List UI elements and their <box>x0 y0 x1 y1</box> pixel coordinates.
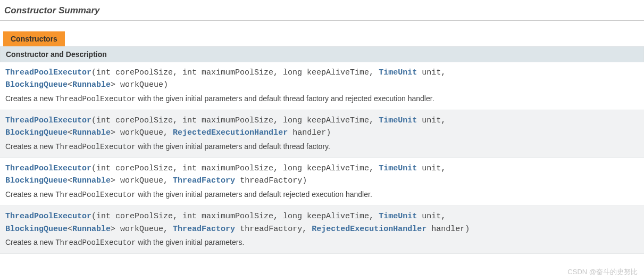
tab-constructors[interactable]: Constructors <box>3 31 65 46</box>
sig-text: (int corePoolSize, int maximumPoolSize, … <box>91 164 379 173</box>
type-link-runnable[interactable]: Runnable <box>72 80 111 89</box>
desc-suffix: with the given initial parameters and de… <box>136 142 330 151</box>
table-row: ThreadPoolExecutor(int corePoolSize, int… <box>0 110 644 158</box>
constructor-description: Creates a new ThreadPoolExecutor with th… <box>5 94 639 105</box>
desc-class: ThreadPoolExecutor <box>55 95 136 103</box>
sig-text: < <box>68 225 72 234</box>
sig-text: handler) <box>426 225 470 234</box>
sig-text: handler) <box>288 128 331 137</box>
desc-prefix: Creates a new <box>5 142 55 151</box>
type-link-blockingqueue[interactable]: BlockingQueue <box>5 80 68 89</box>
type-link-runnable[interactable]: Runnable <box>72 225 111 234</box>
table-header: Constructor and Description <box>0 46 644 62</box>
sig-text: threadFactory, <box>235 225 312 234</box>
table-row: ThreadPoolExecutor(int corePoolSize, int… <box>0 206 644 254</box>
type-link-runnable[interactable]: Runnable <box>72 176 111 185</box>
sig-text: unit, <box>417 212 446 221</box>
sig-text: unit, <box>417 164 446 173</box>
type-link-rejectedexecutionhandler[interactable]: RejectedExecutionHandler <box>173 128 288 137</box>
sig-text: < <box>68 80 72 89</box>
sig-text: < <box>68 176 72 185</box>
type-link-timeunit[interactable]: TimeUnit <box>379 212 417 221</box>
sig-text: > workQueue) <box>111 80 168 89</box>
desc-prefix: Creates a new <box>5 94 55 103</box>
type-link-blockingqueue[interactable]: BlockingQueue <box>5 176 68 185</box>
desc-suffix: with the given initial parameters and de… <box>136 94 434 103</box>
type-link-timeunit[interactable]: TimeUnit <box>379 164 417 173</box>
constructor-signature: ThreadPoolExecutor(int corePoolSize, int… <box>5 114 639 139</box>
desc-prefix: Creates a new <box>5 238 55 246</box>
constructor-name-link[interactable]: ThreadPoolExecutor <box>5 164 91 173</box>
tab-container: Constructors <box>3 31 641 46</box>
sig-text: unit, <box>417 68 446 77</box>
sig-text: > workQueue, <box>111 225 173 234</box>
desc-class: ThreadPoolExecutor <box>55 191 136 199</box>
sig-text: > workQueue, <box>111 176 173 185</box>
constructor-description: Creates a new ThreadPoolExecutor with th… <box>5 237 639 249</box>
desc-prefix: Creates a new <box>5 190 55 199</box>
sig-text: unit, <box>417 116 446 125</box>
type-link-threadfactory[interactable]: ThreadFactory <box>173 225 235 234</box>
sig-text: threadFactory) <box>235 176 307 185</box>
sig-text: (int corePoolSize, int maximumPoolSize, … <box>91 116 379 125</box>
constructor-signature: ThreadPoolExecutor(int corePoolSize, int… <box>5 162 639 187</box>
type-link-runnable[interactable]: Runnable <box>72 128 111 137</box>
constructor-name-link[interactable]: ThreadPoolExecutor <box>5 68 91 77</box>
type-link-rejectedexecutionhandler[interactable]: RejectedExecutionHandler <box>312 225 426 234</box>
constructor-name-link[interactable]: ThreadPoolExecutor <box>5 116 91 125</box>
type-link-timeunit[interactable]: TimeUnit <box>379 68 417 77</box>
desc-class: ThreadPoolExecutor <box>55 238 136 247</box>
constructor-signature: ThreadPoolExecutor(int corePoolSize, int… <box>5 67 639 92</box>
type-link-threadfactory[interactable]: ThreadFactory <box>173 176 235 185</box>
constructor-name-link[interactable]: ThreadPoolExecutor <box>5 212 91 221</box>
sig-text: (int corePoolSize, int maximumPoolSize, … <box>91 68 379 77</box>
type-link-blockingqueue[interactable]: BlockingQueue <box>5 128 68 137</box>
table-row: ThreadPoolExecutor(int corePoolSize, int… <box>0 62 644 110</box>
desc-class: ThreadPoolExecutor <box>55 143 136 151</box>
section-title: Constructor Summary <box>0 0 644 21</box>
sig-text: > workQueue, <box>111 128 173 137</box>
sig-text: (int corePoolSize, int maximumPoolSize, … <box>91 212 379 221</box>
sig-text: < <box>68 128 72 137</box>
type-link-blockingqueue[interactable]: BlockingQueue <box>5 225 68 234</box>
type-link-timeunit[interactable]: TimeUnit <box>379 116 417 125</box>
table-row: ThreadPoolExecutor(int corePoolSize, int… <box>0 158 644 206</box>
constructor-description: Creates a new ThreadPoolExecutor with th… <box>5 190 639 201</box>
desc-suffix: with the given initial parameters and de… <box>136 190 372 199</box>
desc-suffix: with the given initial parameters. <box>136 238 244 246</box>
constructor-description: Creates a new ThreadPoolExecutor with th… <box>5 142 639 153</box>
constructor-signature: ThreadPoolExecutor(int corePoolSize, int… <box>5 210 639 235</box>
